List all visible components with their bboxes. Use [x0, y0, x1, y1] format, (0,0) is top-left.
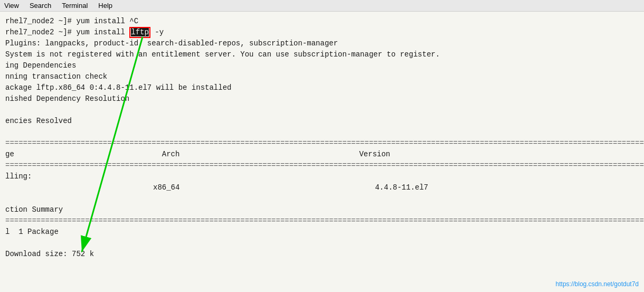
menu-help[interactable]: Help: [98, 2, 112, 10]
terminal-line-9: encies Resolved: [5, 116, 639, 127]
terminal-installing: lling:: [5, 171, 639, 182]
terminal-line-7: ackage lftp.x86_64 0:4.4.8-11.el7 will b…: [5, 82, 639, 93]
terminal-line-1: rhel7_node2 ~]# yum install ^C: [5, 16, 639, 27]
terminal-blank-1: [5, 105, 639, 116]
terminal-transaction: ction Summary: [5, 204, 639, 215]
terminal-line-5: ing Dependencies: [5, 60, 639, 71]
terminal-download-size: Download size: 752 k: [5, 249, 639, 260]
terminal-separator-1: ========================================…: [5, 138, 639, 149]
terminal-line-3: Plugins: langpacks, product-id, search-d…: [5, 38, 639, 49]
watermark: https://blog.csdn.net/gotdut7d: [556, 280, 639, 288]
terminal-table-header: geArchVersion: [5, 149, 639, 160]
terminal-blank-2: [5, 127, 639, 138]
terminal-blank-3: [5, 193, 639, 204]
terminal-content: rhel7_node2 ~]# yum install ^C rhel7_nod…: [0, 12, 644, 264]
terminal-line-4: System is not registered with an entitle…: [5, 49, 639, 60]
terminal-separator-3: ========================================…: [5, 215, 639, 227]
menu-bar: View Search Terminal Help: [0, 0, 644, 12]
terminal-separator-2: ========================================…: [5, 160, 639, 171]
menu-view[interactable]: View: [4, 2, 19, 10]
terminal-line-2: rhel7_node2 ~]# yum install lftp -y: [5, 27, 639, 38]
terminal-line-6: nning transaction check: [5, 71, 639, 82]
menu-search[interactable]: Search: [30, 2, 51, 10]
menu-terminal[interactable]: Terminal: [62, 2, 88, 10]
terminal-window: View Search Terminal Help rhel7_node2 ~]…: [0, 0, 644, 292]
terminal-line-8: nished Dependency Resolution: [5, 93, 639, 105]
terminal-package-row: x86_644.4.8-11.el7: [5, 182, 639, 193]
terminal-package-count: l 1 Package: [5, 227, 639, 238]
terminal-blank-4: [5, 238, 639, 249]
